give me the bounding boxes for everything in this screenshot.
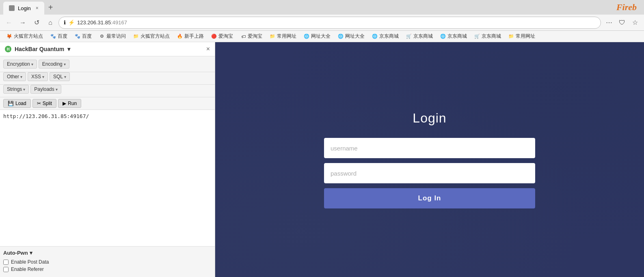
- other-arrow: ▾: [20, 75, 22, 79]
- hackbar-panel: H HackBar Quantum ▾ × Encryption ▾ Encod…: [0, 42, 215, 277]
- bookmark-label-5: 新手上路: [184, 33, 204, 40]
- auto-pwn-header[interactable]: Auto-Pwn ▾: [3, 250, 212, 256]
- address-port: :49167: [111, 19, 127, 26]
- login-container: Login Log In: [324, 111, 535, 208]
- bookmark-label-8: 常用网址: [277, 33, 296, 40]
- xss-btn[interactable]: XSS ▾: [28, 72, 48, 81]
- bookmark-icon-5: 🔥: [177, 34, 183, 39]
- hackbar-close-btn[interactable]: ×: [206, 45, 210, 53]
- bookmark-icon-13: 🌐: [440, 34, 446, 39]
- bookmark-8[interactable]: 📁 常用网址: [266, 32, 300, 41]
- payloads-btn[interactable]: Payloads ▾: [30, 85, 61, 94]
- bookmark-15[interactable]: 📁 常用网址: [505, 32, 538, 41]
- bookmark-13[interactable]: 🌐 京东商城: [437, 32, 470, 41]
- load-label: Load: [15, 101, 26, 106]
- bookmark-icon-3: ⚙: [99, 34, 105, 39]
- enable-referer-row: Enable Referer: [3, 266, 212, 272]
- bookmark-btn[interactable]: ☆: [629, 17, 641, 28]
- hackbar-title-arrow[interactable]: ▾: [67, 46, 70, 52]
- split-label: Split: [43, 101, 52, 106]
- bookmark-label-3: 最常访问: [106, 33, 126, 40]
- bookmark-0[interactable]: 🦊 火狐官方站点: [3, 32, 46, 41]
- address-text: 123.206.31.85:49167: [77, 19, 596, 26]
- url-input[interactable]: http://123.206.31.85:49167/: [0, 110, 215, 247]
- new-tab-btn[interactable]: +: [46, 3, 56, 12]
- hackbar-actions: 💾 Load ✂ Split ▶ Run: [0, 97, 215, 110]
- bookmark-14[interactable]: 🛒 京东商城: [471, 32, 504, 41]
- bookmark-3[interactable]: ⚙ 最常访问: [96, 32, 129, 41]
- other-label: Other: [7, 74, 19, 79]
- bookmark-10[interactable]: 🌐 网址大全: [335, 32, 368, 41]
- bookmark-icon-14: 🛒: [474, 34, 480, 39]
- bookmark-label-7: 爱淘宝: [248, 33, 262, 40]
- bookmarks-bar: 🦊 火狐官方站点 🐾 百度 🐾 百度 ⚙ 最常访问 📁 火狐官方站点 🔥 新手上…: [0, 31, 644, 42]
- auto-pwn-arrow: ▾: [30, 250, 32, 256]
- encryption-btn[interactable]: Encryption ▾: [3, 60, 37, 69]
- encoding-label: Encoding: [42, 61, 63, 67]
- sql-label: SQL: [53, 74, 63, 79]
- bookmark-icon-2: 🐾: [75, 34, 80, 39]
- bookmark-icon-9: 🌐: [304, 34, 309, 39]
- bookmark-6[interactable]: 🔴 爱淘宝: [208, 32, 236, 41]
- page-content: Login Log In: [215, 42, 644, 277]
- active-tab[interactable]: Login ×: [3, 2, 44, 15]
- xss-arrow: ▾: [42, 75, 44, 79]
- hackbar-toolbar-row3: Strings ▾ Payloads ▾: [0, 85, 215, 97]
- bookmark-label-2: 百度: [82, 33, 92, 40]
- reload-btn[interactable]: ↺: [31, 17, 42, 28]
- bookmark-4[interactable]: 📁 火狐官方站点: [130, 32, 173, 41]
- bookmark-icon-10: 🌐: [338, 34, 344, 39]
- pocket-btn[interactable]: 🛡: [616, 17, 628, 28]
- enable-referer-checkbox[interactable]: [3, 267, 9, 272]
- hackbar-toolbar-row2: Other ▾ XSS ▾ SQL ▾: [0, 72, 215, 85]
- mixed-content-icon: ⚡: [68, 19, 75, 26]
- xss-label: XSS: [31, 74, 41, 79]
- encoding-btn[interactable]: Encoding ▾: [39, 60, 69, 69]
- split-btn[interactable]: ✂ Split: [32, 99, 56, 108]
- bookmark-icon-4: 📁: [133, 34, 139, 39]
- tab-close-btn[interactable]: ×: [36, 5, 39, 11]
- enable-post-data-row: Enable Post Data: [3, 259, 212, 265]
- password-input[interactable]: [324, 163, 535, 183]
- sql-btn[interactable]: SQL ▾: [50, 72, 70, 81]
- bookmark-5[interactable]: 🔥 新手上路: [174, 32, 207, 41]
- strings-btn[interactable]: Strings ▾: [3, 85, 29, 94]
- forward-btn[interactable]: →: [17, 17, 28, 28]
- bookmark-9[interactable]: 🌐 网址大全: [300, 32, 334, 41]
- home-btn[interactable]: ⌂: [45, 17, 56, 28]
- enable-referer-label[interactable]: Enable Referer: [11, 266, 44, 272]
- bookmark-icon-1: 🐾: [50, 34, 56, 39]
- username-input[interactable]: [324, 138, 535, 158]
- nav-bar: ← → ↺ ⌂ ℹ ⚡ 123.206.31.85:49167 ⋯ 🛡 ☆: [0, 15, 644, 31]
- bookmark-1[interactable]: 🐾 百度: [47, 32, 71, 41]
- load-btn[interactable]: 💾 Load: [3, 99, 31, 108]
- security-icon: ℹ: [64, 19, 66, 26]
- bookmark-label-15: 常用网址: [516, 33, 535, 40]
- bookmark-12[interactable]: 🛒 京东商城: [403, 32, 436, 41]
- bookmark-11[interactable]: 🌐 京东商城: [369, 32, 402, 41]
- enable-post-data-checkbox[interactable]: [3, 260, 9, 265]
- other-btn[interactable]: Other ▾: [3, 72, 26, 81]
- menu-btn[interactable]: ⋯: [603, 17, 615, 28]
- bookmark-label-11: 京东商城: [379, 33, 399, 40]
- hackbar-bottom: Auto-Pwn ▾ Enable Post Data Enable Refer…: [0, 247, 215, 277]
- login-btn[interactable]: Log In: [324, 188, 535, 208]
- bookmark-label-10: 网址大全: [345, 33, 365, 40]
- bookmark-icon-6: 🔴: [211, 34, 217, 39]
- hackbar-title: H HackBar Quantum ▾: [5, 46, 70, 52]
- enable-post-data-label[interactable]: Enable Post Data: [11, 259, 49, 265]
- bookmark-2[interactable]: 🐾 百度: [71, 32, 95, 41]
- bookmark-icon-12: 🛒: [406, 34, 412, 39]
- back-btn[interactable]: ←: [3, 17, 15, 28]
- bookmark-label-12: 京东商城: [413, 33, 433, 40]
- hackbar-header: H HackBar Quantum ▾ ×: [0, 42, 215, 56]
- payloads-label: Payloads: [34, 86, 54, 92]
- address-bar[interactable]: ℹ ⚡ 123.206.31.85:49167: [58, 17, 601, 29]
- run-btn[interactable]: ▶ Run: [58, 99, 81, 108]
- bookmark-icon-7: 🏷: [240, 34, 246, 39]
- bookmark-label-6: 爱淘宝: [218, 33, 233, 40]
- payloads-arrow: ▾: [56, 87, 58, 92]
- auto-pwn-label: Auto-Pwn: [3, 250, 28, 256]
- bookmark-7[interactable]: 🏷 爱淘宝: [237, 32, 266, 41]
- bookmark-icon-8: 📁: [270, 34, 275, 39]
